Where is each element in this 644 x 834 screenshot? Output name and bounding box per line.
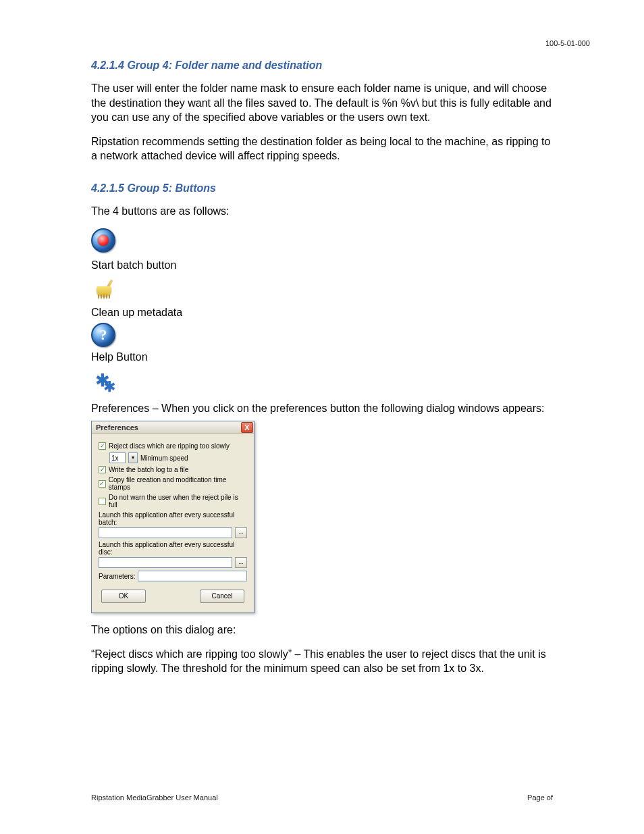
cancel-button[interactable]: Cancel [200,590,244,603]
record-icon [91,228,115,253]
paragraph-group5-intro: The 4 buttons are as follows: [91,204,553,219]
minimum-speed-label: Minimum speed [140,454,188,462]
launch-after-batch-label: Launch this application after every succ… [99,511,247,526]
minimum-speed-row: 1x ▾ Minimum speed [109,452,247,463]
question-mark-icon: ? [91,323,115,347]
launch-after-disc-row: ... [99,557,247,568]
browse-batch-button[interactable]: ... [235,527,247,538]
page-content: 4.2.1.4 Group 4: Folder name and destina… [0,0,644,712]
page-footer: Ripstation MediaGrabber User Manual Page… [91,793,553,802]
preferences-dialog: Preferences X ✓ Reject discs which are r… [91,421,254,613]
document-id: 100-5-01-000 [545,39,590,47]
launch-after-disc-input[interactable] [99,557,232,568]
footer-page-number: Page of [527,793,553,802]
preferences-button-icon: ✱✱ [91,370,553,400]
help-caption: Help Button [91,351,553,363]
start-batch-button-icon [91,228,553,258]
heading-group4: 4.2.1.4 Group 4: Folder name and destina… [91,59,553,72]
cleanup-caption: Clean up metadata [91,307,553,319]
dialog-button-row: OK Cancel [99,590,247,606]
heading-group5: 4.2.1.5 Group 5: Buttons [91,182,553,194]
reject-discs-label: Reject discs which are ripping too slowl… [109,442,230,450]
footer-manual-title: Ripstation MediaGrabber User Manual [91,793,218,802]
paragraph-group4-2: Ripstation recommends setting the destin… [91,134,553,163]
copy-timestamps-row: ✓ Copy file creation and modification ti… [99,476,247,491]
start-batch-caption: Start batch button [91,259,553,271]
minimum-speed-value[interactable]: 1x [109,452,126,463]
paragraph-group4-1: The user will enter the folder name mask… [91,81,553,125]
write-batch-log-label: Write the batch log to a file [109,466,188,473]
preferences-caption: Preferences – When you click on the pref… [91,401,553,416]
no-warn-reject-row: ✓ Do not warn the user when the reject p… [99,494,247,509]
reject-discs-row: ✓ Reject discs which are ripping too slo… [99,442,247,450]
parameters-row: Parameters: [99,571,247,581]
chevron-down-icon[interactable]: ▾ [128,452,138,463]
dialog-title-text: Preferences [96,423,138,432]
snowflake-icon: ✱✱ [91,370,121,397]
ok-button[interactable]: OK [101,590,146,603]
copy-timestamps-label: Copy file creation and modification time… [109,476,247,491]
launch-after-disc-label: Launch this application after every succ… [99,541,247,556]
dialog-titlebar: Preferences X [92,421,254,434]
launch-after-batch-row: ... [99,527,247,538]
help-button-icon: ? [91,323,553,350]
parameters-label: Parameters: [99,573,135,580]
options-intro: The options on this dialog are: [91,623,553,637]
write-batch-log-row: ✓ Write the batch log to a file [99,466,247,473]
write-batch-log-checkbox[interactable]: ✓ [99,466,106,473]
launch-after-batch-input[interactable] [99,527,232,538]
broom-icon [91,276,118,303]
dialog-body: ✓ Reject discs which are ripping too slo… [92,434,254,613]
no-warn-reject-label: Do not warn the user when the reject pil… [109,494,247,509]
no-warn-reject-checkbox[interactable]: ✓ [99,498,106,505]
copy-timestamps-checkbox[interactable]: ✓ [99,480,106,488]
close-icon[interactable]: X [241,422,253,433]
reject-discs-checkbox[interactable]: ✓ [99,442,106,450]
parameters-input[interactable] [138,571,247,581]
reject-option-description: “Reject discs which are ripping too slow… [91,647,553,676]
browse-disc-button[interactable]: ... [235,557,247,568]
cleanup-metadata-icon [91,276,553,305]
